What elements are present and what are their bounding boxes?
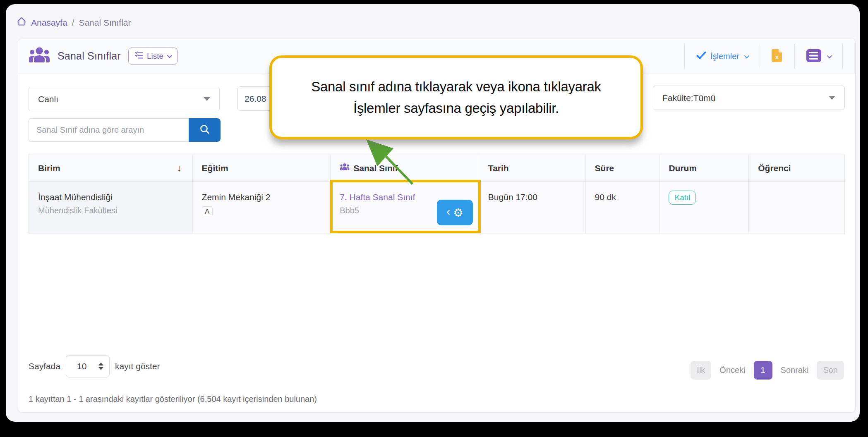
caret-down-icon — [204, 97, 210, 101]
egitim-group-badge: A — [202, 206, 213, 217]
column-header-label: Öğrenci — [758, 163, 791, 173]
class-actions-button[interactable]: ‹ ⚙ — [437, 200, 473, 225]
cell-tarih: Bugün 17:00 — [479, 181, 586, 234]
status-filter-value: Canlı — [38, 94, 58, 104]
check-icon — [696, 51, 706, 61]
column-visibility-button[interactable] — [794, 44, 843, 69]
cell-durum: Katıl — [659, 181, 749, 234]
breadcrumb-current: Sanal Sınıflar — [79, 18, 131, 28]
column-header-sure[interactable]: Süre — [586, 155, 660, 181]
view-mode-button[interactable]: Liste — [128, 48, 177, 64]
page-size-select[interactable]: 10 — [66, 355, 110, 377]
actions-label: İşlemler — [710, 52, 739, 61]
search-icon — [199, 124, 211, 136]
breadcrumb: Anasayfa / Sanal Sınıflar — [17, 17, 131, 29]
caret-down-icon — [829, 96, 835, 100]
table-header-row: Birim ↓ Eğitim — [29, 155, 844, 181]
users-group-icon — [340, 163, 350, 173]
pagination-current-page[interactable]: 1 — [754, 361, 772, 380]
column-header-label: Tarih — [488, 163, 509, 173]
table-row: İnşaat Mühendisliği Mühendislik Fakültes… — [29, 181, 844, 234]
annotation-arrow-icon — [360, 136, 422, 189]
pagination-prev-button[interactable]: Önceki — [718, 361, 747, 380]
records-info: 1 kayıttan 1 - 1 arasındaki kayıtlar gös… — [29, 394, 317, 404]
chevron-down-icon — [167, 53, 173, 58]
page-size-prefix: Sayfada — [29, 361, 60, 371]
users-group-icon — [29, 46, 50, 66]
cell-egitim: Zemin Mekaniği 2 A — [193, 181, 331, 234]
annotation-callout: Sanal sınıf adına tıklayarak veya ikona … — [269, 55, 643, 139]
faculty-filter-value: Fakülte:Tümü — [662, 93, 715, 103]
home-icon[interactable] — [17, 17, 26, 29]
egitim-name: Zemin Mekaniği 2 — [202, 192, 321, 202]
list-view-icon — [806, 49, 821, 64]
header-toolbar: İşlemler x — [684, 44, 843, 69]
search-bar — [29, 118, 221, 142]
sort-descending-icon[interactable]: ↓ — [177, 163, 183, 174]
chevron-down-icon — [744, 53, 750, 58]
search-button[interactable] — [189, 118, 221, 142]
page-title: Sanal Sınıflar — [58, 50, 121, 62]
page-size-value: 10 — [77, 361, 86, 371]
sure-value: 90 dk — [595, 192, 650, 202]
faculty-filter-select[interactable]: Fakülte:Tümü — [653, 86, 845, 110]
status-badge[interactable]: Katıl — [669, 191, 696, 205]
birim-name: İnşaat Mühendisliği — [38, 192, 183, 202]
column-header-birim[interactable]: Birim ↓ — [29, 155, 193, 181]
app-page: Anasayfa / Sanal Sınıflar Sanal Sınıflar — [6, 4, 860, 422]
search-input[interactable] — [29, 118, 189, 142]
cell-sure: 90 dk — [586, 181, 660, 234]
pagination-first-button[interactable]: İlk — [691, 361, 711, 380]
svg-text:x: x — [775, 53, 779, 60]
column-header-label: Durum — [669, 163, 697, 173]
spinner-icon — [98, 363, 103, 370]
screenshot-root: { "breadcrumb": { "home": "Anasayfa", "s… — [0, 0, 868, 437]
chevron-down-icon — [827, 53, 832, 58]
page-size-control: Sayfada 10 kayıt göster — [29, 355, 160, 377]
pagination-last-button[interactable]: Son — [817, 361, 844, 380]
gear-icon: ⚙ — [453, 206, 463, 219]
actions-dropdown-button[interactable]: İşlemler — [684, 44, 760, 69]
date-filter-value: 26.08 — [245, 94, 266, 104]
callout-line1: Sanal sınıf adına tıklayarak veya ikona … — [311, 76, 601, 97]
page-size-suffix: kayıt göster — [115, 361, 160, 371]
callout-line2: İşlemler sayfasına geçiş yapılabilir. — [353, 98, 559, 119]
breadcrumb-home-link[interactable]: Anasayfa — [31, 18, 67, 28]
column-header-ogrenci[interactable]: Öğrenci — [749, 155, 844, 181]
title-cluster: Sanal Sınıflar Liste — [18, 46, 177, 66]
column-header-egitim[interactable]: Eğitim — [193, 155, 331, 181]
birim-faculty: Mühendislik Fakültesi — [38, 206, 183, 215]
tarih-value: Bugün 17:00 — [488, 192, 576, 202]
column-header-label: Süre — [595, 163, 614, 173]
export-excel-button[interactable]: x — [760, 44, 794, 69]
view-mode-label: Liste — [147, 52, 163, 61]
column-header-label: Birim — [38, 163, 60, 173]
cell-birim: İnşaat Mühendisliği Mühendislik Fakültes… — [29, 181, 193, 234]
virtual-classes-table: Birim ↓ Eğitim — [29, 155, 845, 234]
pagination-next-button[interactable]: Sonraki — [779, 361, 810, 380]
chevron-left-icon: ‹ — [446, 206, 450, 217]
checklist-icon — [135, 51, 143, 61]
excel-file-icon: x — [772, 49, 783, 64]
pagination: İlk Önceki 1 Sonraki Son — [691, 361, 844, 380]
status-filter-select[interactable]: Canlı — [29, 87, 220, 111]
breadcrumb-separator: / — [72, 18, 74, 28]
cell-ogrenci — [749, 181, 844, 234]
column-header-durum[interactable]: Durum — [659, 155, 749, 181]
column-header-label: Eğitim — [202, 163, 228, 173]
column-header-tarih[interactable]: Tarih — [479, 155, 586, 181]
